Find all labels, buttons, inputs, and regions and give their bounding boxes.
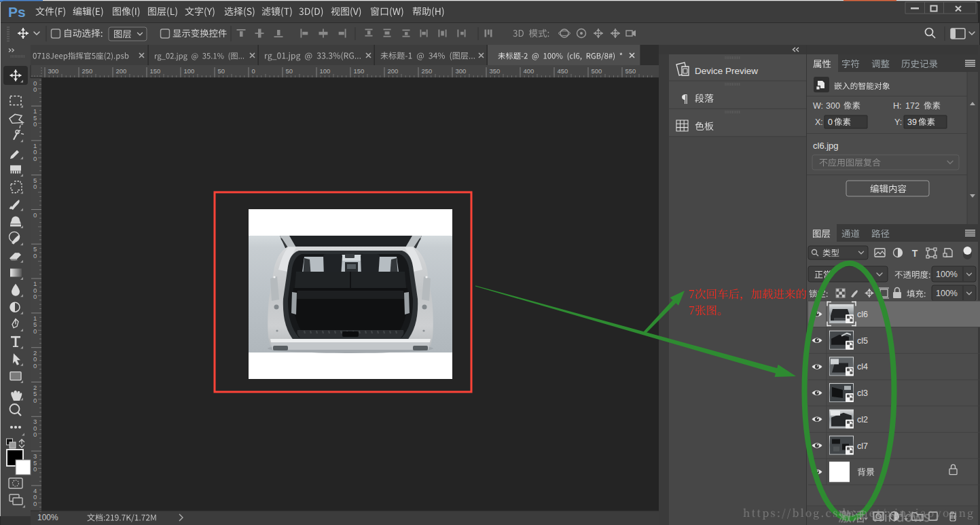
svg-text:50: 50 [286, 67, 293, 75]
svg-text:cl4: cl4 [857, 362, 868, 372]
svg-text:200: 200 [116, 67, 127, 75]
svg-text:0: 0 [33, 465, 37, 473]
svg-text:100%: 100% [37, 513, 58, 522]
svg-text:200: 200 [388, 67, 399, 75]
svg-text:172: 172 [905, 101, 920, 111]
svg-text:0: 0 [33, 327, 37, 335]
svg-text:cl7: cl7 [857, 441, 868, 451]
svg-text:cl3: cl3 [857, 388, 868, 398]
svg-text:400: 400 [524, 67, 534, 75]
svg-text:0: 0 [33, 183, 37, 190]
svg-text:39: 39 [907, 117, 917, 127]
svg-text:100: 100 [184, 67, 195, 75]
svg-text:300: 300 [456, 67, 467, 75]
svg-text:T: T [912, 248, 918, 259]
svg-text:Y:: Y: [894, 117, 902, 127]
svg-text:250: 250 [422, 67, 433, 75]
svg-text:X:: X: [815, 117, 823, 127]
svg-text:cl6: cl6 [857, 310, 868, 319]
svg-text:0: 0 [33, 362, 37, 369]
svg-text:cl2: cl2 [857, 415, 868, 424]
svg-text:0: 0 [33, 252, 37, 259]
svg-text:0: 0 [33, 397, 37, 404]
svg-text:0: 0 [252, 67, 255, 75]
svg-text:0: 0 [33, 120, 37, 128]
svg-text:50: 50 [218, 67, 225, 75]
svg-text:100: 100 [320, 67, 331, 75]
svg-text:Ps: Ps [8, 4, 26, 20]
svg-text:0: 0 [33, 155, 37, 162]
svg-text:350: 350 [490, 67, 501, 75]
svg-text:W:: W: [813, 101, 823, 111]
svg-text:150: 150 [150, 67, 161, 75]
svg-text:300: 300 [826, 101, 840, 111]
svg-text:100%: 100% [936, 289, 958, 298]
svg-text:0: 0 [33, 500, 37, 507]
svg-text:0: 0 [33, 293, 37, 300]
svg-text:100%: 100% [936, 270, 958, 279]
svg-text:500: 500 [592, 67, 602, 75]
svg-text:H:: H: [893, 101, 902, 111]
svg-text:0: 0 [33, 86, 37, 93]
svg-text:300: 300 [48, 67, 59, 75]
svg-text:0: 0 [33, 211, 37, 219]
svg-text:250: 250 [82, 67, 93, 75]
svg-text:0: 0 [33, 431, 37, 438]
svg-text:cl5: cl5 [857, 336, 868, 346]
svg-text:Device Preview: Device Preview [695, 66, 758, 76]
svg-text:550: 550 [625, 67, 636, 75]
svg-text:150: 150 [354, 67, 365, 75]
svg-text:0: 0 [828, 117, 833, 127]
svg-text:450: 450 [558, 67, 568, 75]
svg-text:cl6.jpg: cl6.jpg [813, 141, 839, 151]
